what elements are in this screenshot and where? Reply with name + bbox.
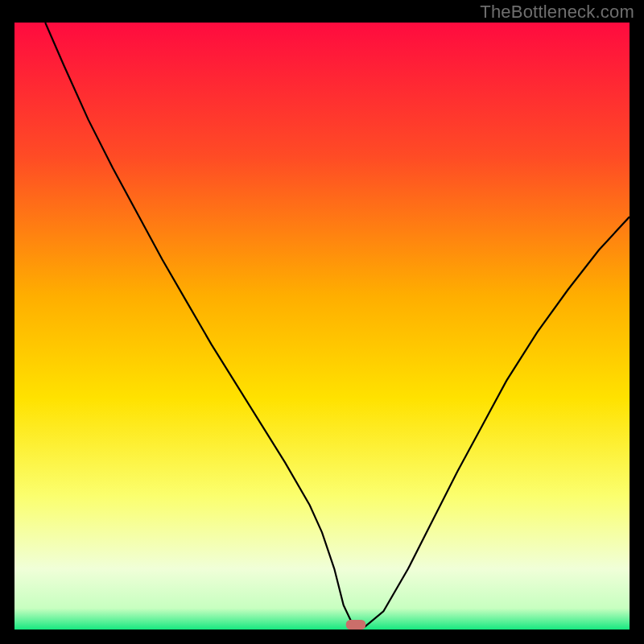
watermark-text: TheBottleneck.com	[480, 2, 634, 23]
bottleneck-chart	[14, 23, 630, 630]
chart-background	[14, 23, 630, 630]
optimum-marker	[346, 620, 365, 630]
